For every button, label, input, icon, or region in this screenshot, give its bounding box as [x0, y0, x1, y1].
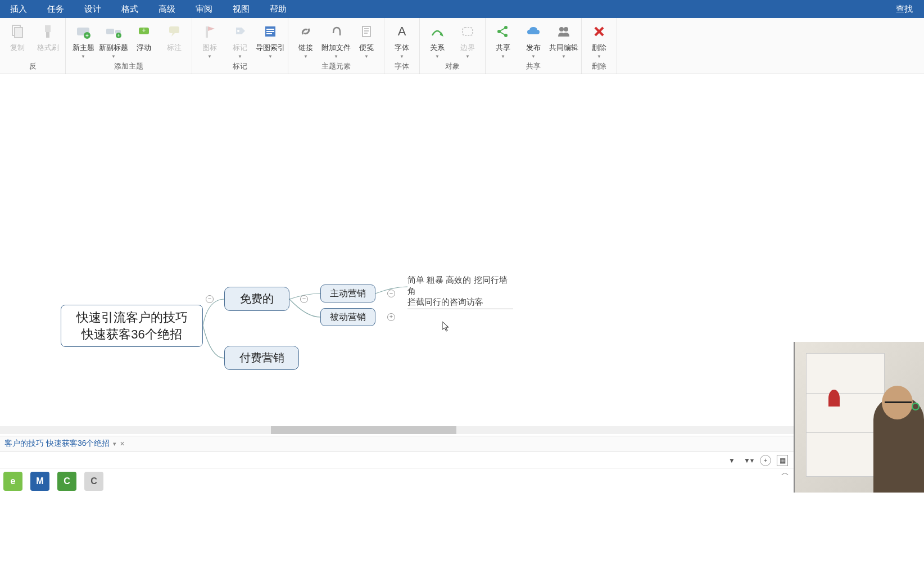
- collapse-toggle[interactable]: [208, 355, 216, 363]
- new-subtopic-icon: +: [103, 21, 124, 42]
- filter-icon[interactable]: ▼: [726, 455, 737, 466]
- webcam-status-icon: [912, 403, 920, 410]
- dropdown-arrow-icon: ▼: [268, 54, 273, 59]
- mindmap-root-node[interactable]: 快速引流客户的技巧 快速获客36个绝招: [61, 305, 203, 347]
- mindmap-node-active[interactable]: 主动营销: [320, 285, 375, 302]
- delete-icon: [589, 21, 609, 42]
- share-icon: [493, 21, 513, 42]
- coedit-button[interactable]: 共同编辑 ▼: [549, 20, 579, 60]
- svg-text:+: +: [85, 33, 89, 39]
- copy-icon: [7, 21, 28, 42]
- floating-button[interactable]: + 浮动: [129, 20, 159, 54]
- document-tab[interactable]: 客户的技巧 快速获客36个绝招 ▾ ×: [0, 439, 129, 449]
- share-button[interactable]: 共享 ▼: [488, 20, 518, 60]
- tab-menu-icon[interactable]: ▾: [113, 440, 116, 448]
- link-icon: [296, 21, 316, 42]
- collapse-toggle[interactable]: −: [387, 290, 395, 297]
- relation-button[interactable]: 关系 ▼: [422, 20, 452, 60]
- tag-button[interactable]: 标记 ▼: [225, 20, 255, 60]
- menu-design[interactable]: 设计: [74, 0, 111, 18]
- map-index-button[interactable]: 导图索引 ▼: [255, 20, 286, 60]
- svg-rect-14: [206, 26, 208, 38]
- ribbon: 复制 格式刷 反 + 新主题 ▼ + 新副标题 ▼ + 浮动: [0, 18, 924, 74]
- taskbar: e M C C: [0, 470, 794, 493]
- svg-rect-17: [266, 29, 274, 30]
- dropdown-arrow-icon: ▼: [364, 54, 369, 59]
- zoom-button[interactable]: +: [760, 455, 771, 466]
- taskbar-app-mindmanager[interactable]: M: [30, 472, 49, 491]
- new-topic-button[interactable]: + 新主题 ▼: [68, 20, 98, 60]
- font-icon: A: [392, 21, 412, 42]
- dropdown-arrow-icon: ▼: [304, 54, 308, 59]
- svg-text:+: +: [142, 26, 146, 34]
- note-icon: [356, 21, 377, 42]
- callout-icon: [164, 21, 184, 42]
- menu-view[interactable]: 视图: [223, 0, 260, 18]
- menu-task[interactable]: 任务: [37, 0, 74, 18]
- brush-icon: [38, 21, 58, 42]
- menu-help[interactable]: 帮助: [260, 0, 297, 18]
- format-painter-button[interactable]: 格式刷: [33, 20, 63, 54]
- new-topic-icon: +: [73, 21, 93, 42]
- svg-rect-1: [15, 28, 22, 38]
- ribbon-group-delete: 删除 ▼ 删除: [582, 18, 617, 74]
- cloud-icon: [523, 21, 543, 42]
- svg-text:+: +: [117, 33, 120, 38]
- dropdown-arrow-icon: ▼: [531, 54, 536, 59]
- ribbon-group-topic-elements: 链接 ▼ 附加文件 ▼ 便笺 ▼ 主题元素: [288, 18, 384, 74]
- boundary-button[interactable]: 边界 ▼: [452, 20, 483, 60]
- ribbon-group-add-topic: + 新主题 ▼ + 新副标题 ▼ + 浮动 标注 添加主题: [66, 18, 192, 74]
- font-button[interactable]: A 字体 ▼: [387, 20, 417, 60]
- svg-point-15: [237, 30, 239, 32]
- link-button[interactable]: 链接 ▼: [291, 20, 321, 60]
- copy-button[interactable]: 复制: [2, 20, 33, 54]
- filter-dropdown-icon[interactable]: ▼▾: [743, 455, 754, 466]
- taskbar-app-generic[interactable]: C: [84, 472, 103, 491]
- publish-button[interactable]: 发布 ▼: [518, 20, 549, 60]
- boundary-icon: [458, 21, 478, 42]
- menu-advanced[interactable]: 高级: [148, 0, 185, 18]
- dropdown-arrow-icon: ▼: [238, 54, 242, 59]
- svg-text:A: A: [398, 24, 406, 38]
- mindmap-node-detail[interactable]: 简单 粗暴 高效的 挖同行墙角 拦截同行的咨询访客: [407, 274, 513, 309]
- mindmap-node-free[interactable]: 免费的: [224, 287, 289, 311]
- mindmap-node-paid[interactable]: 付费营销: [224, 346, 299, 370]
- menu-find[interactable]: 查找: [885, 4, 924, 15]
- new-subtopic-button[interactable]: + 新副标题 ▼: [98, 20, 129, 60]
- mindmap-node-passive[interactable]: 被动营销: [320, 308, 375, 326]
- ribbon-group-marks: 图标 ▼ 标记 ▼ 导图索引 ▼ 标记: [192, 18, 288, 74]
- cursor-icon: [442, 322, 449, 332]
- floating-icon: +: [134, 21, 154, 42]
- collapse-toggle[interactable]: −: [300, 295, 308, 303]
- svg-rect-20: [363, 26, 370, 37]
- menu-format[interactable]: 格式: [111, 0, 148, 18]
- flag-icon: [200, 21, 220, 42]
- taskbar-app-camtasia[interactable]: C: [57, 472, 76, 491]
- webcam-overlay: [794, 342, 924, 493]
- icon-button[interactable]: 图标 ▼: [194, 20, 225, 60]
- delete-button[interactable]: 删除 ▼: [584, 20, 614, 60]
- tab-close-button[interactable]: ×: [120, 439, 124, 448]
- collapse-toggle[interactable]: −: [206, 295, 214, 303]
- horizontal-scrollbar[interactable]: [0, 426, 794, 434]
- ribbon-group-share: 共享 ▼ 发布 ▼ 共同编辑 ▼ 共享: [486, 18, 582, 74]
- relation-icon: [427, 21, 447, 42]
- ribbon-group-clipboard: 复制 格式刷 反: [0, 18, 66, 74]
- document-tab-bar: 客户的技巧 快速获客36个绝招 ▾ ×: [0, 436, 794, 451]
- note-button[interactable]: 便笺 ▼: [351, 20, 382, 60]
- expand-toggle[interactable]: +: [387, 313, 395, 321]
- fit-button[interactable]: ▦: [777, 455, 788, 466]
- scrollbar-thumb[interactable]: [271, 426, 456, 434]
- menu-insert[interactable]: 插入: [0, 0, 37, 18]
- taskbar-app-browser[interactable]: e: [3, 472, 22, 491]
- dropdown-arrow-icon: ▼: [501, 54, 505, 59]
- svg-rect-2: [45, 25, 51, 32]
- svg-rect-25: [463, 28, 473, 35]
- dropdown-arrow-icon: ▼: [334, 54, 338, 59]
- attach-button[interactable]: 附加文件 ▼: [321, 20, 351, 60]
- callout-button[interactable]: 标注: [159, 20, 189, 54]
- ribbon-group-font: A 字体 ▼ 字体: [384, 18, 420, 74]
- dropdown-arrow-icon: ▼: [597, 54, 601, 59]
- menu-review[interactable]: 审阅: [185, 0, 223, 18]
- dropdown-arrow-icon: ▼: [400, 54, 404, 59]
